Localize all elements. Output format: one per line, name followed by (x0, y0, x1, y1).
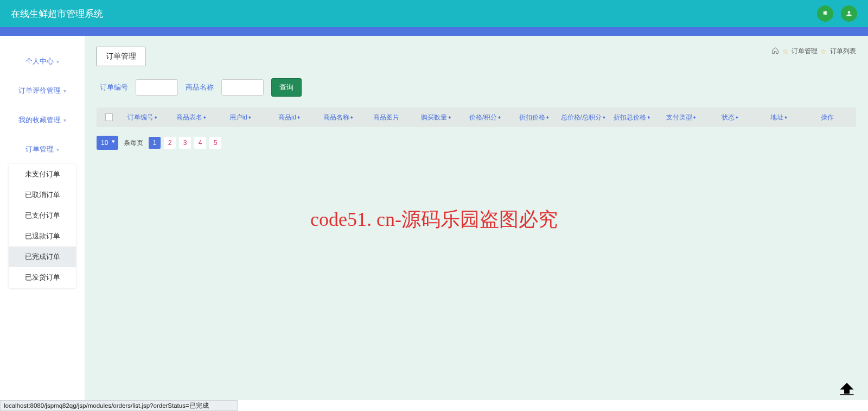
breadcrumb: ☆ 订单管理 ☆ 订单列表 (771, 47, 856, 56)
sidebar-item-label: 订单管理 (25, 145, 54, 153)
search-product-label: 商品名称 (186, 83, 214, 92)
table-head: 订单编号♦ 商品表名♦ 用户id♦ 商品id♦ 商品名称♦ 商品图片 购买数量♦… (97, 108, 856, 127)
sidebar-item-label: 订单评价管理 (18, 86, 61, 94)
pagination: 10 条每页 1 2 3 4 5 (97, 136, 856, 150)
topbar: 在线生鲜超市管理系统 (0, 0, 868, 27)
th-product-id[interactable]: 商品id♦ (264, 113, 313, 122)
sort-icon: ♦ (498, 115, 500, 120)
star-icon: ☆ (782, 48, 788, 55)
sidebar: 个人中心 ▾ 订单评价管理 ▾ 我的收藏管理 ▾ 订单管理 ▾ 未支付订单 已取… (0, 36, 85, 400)
page-size-select[interactable]: 10 (97, 136, 118, 150)
th-order-no[interactable]: 订单编号♦ (117, 113, 166, 122)
sort-icon: ♦ (546, 115, 548, 120)
chevron-down-icon: ▾ (56, 59, 59, 65)
main-layout: 个人中心 ▾ 订单评价管理 ▾ 我的收藏管理 ▾ 订单管理 ▾ 未支付订单 已取… (0, 36, 868, 400)
submenu-unpaid[interactable]: 未支付订单 (9, 164, 76, 185)
scroll-top-button[interactable] (839, 381, 855, 397)
th-action: 操作 (803, 113, 852, 122)
panel-title-button[interactable]: 订单管理 (97, 47, 145, 66)
search-order-input[interactable] (136, 79, 178, 96)
breadcrumb-list[interactable]: 订单列表 (830, 47, 856, 56)
sort-icon: ♦ (448, 115, 450, 120)
chevron-down-icon: ▾ (63, 88, 66, 94)
search-product-input[interactable] (221, 79, 264, 96)
th-product-image: 商品图片 (362, 113, 411, 122)
sort-icon: ♦ (248, 115, 250, 120)
checkbox-icon[interactable] (105, 113, 113, 121)
th-qty[interactable]: 购买数量♦ (411, 113, 460, 122)
sidebar-item-profile[interactable]: 个人中心 ▾ (0, 47, 85, 76)
star-icon: ☆ (821, 48, 827, 55)
sort-icon: ♦ (203, 115, 205, 120)
th-product-name[interactable]: 商品名称♦ (313, 113, 362, 122)
per-page-label: 条每页 (124, 138, 143, 148)
th-user-id[interactable]: 用户id♦ (215, 113, 264, 122)
sidebar-item-label: 我的收藏管理 (18, 116, 61, 124)
page-5[interactable]: 5 (209, 137, 221, 149)
sort-icon: ♦ (155, 115, 156, 120)
page-size-wrap: 10 (97, 136, 118, 150)
th-discount-price[interactable]: 折扣价格♦ (509, 113, 558, 122)
search-row: 订单编号 商品名称 查询 (97, 78, 856, 97)
chevron-down-icon: ▾ (56, 147, 59, 153)
sort-icon: ♦ (647, 115, 649, 120)
sort-icon: ♦ (603, 115, 604, 120)
svg-rect-0 (840, 394, 854, 395)
sort-icon: ♦ (297, 115, 299, 120)
submenu-shipped[interactable]: 已发货订单 (9, 267, 76, 288)
panel-header: 订单管理 ☆ 订单管理 ☆ 订单列表 (97, 47, 856, 66)
th-total[interactable]: 总价格/总积分♦ (558, 113, 607, 122)
sort-icon: ♦ (693, 115, 695, 120)
user-icon[interactable] (841, 5, 857, 22)
sidebar-item-favorites[interactable]: 我的收藏管理 ▾ (0, 105, 85, 135)
breadcrumb-mgmt[interactable]: 订单管理 (792, 47, 818, 56)
th-checkbox[interactable] (101, 113, 117, 121)
search-button[interactable]: 查询 (271, 78, 302, 97)
submenu-paid[interactable]: 已支付订单 (9, 205, 76, 226)
home-icon[interactable] (771, 47, 779, 56)
sidebar-item-label: 个人中心 (25, 57, 54, 65)
submenu-cancelled[interactable]: 已取消订单 (9, 185, 76, 205)
search-order-label: 订单编号 (100, 83, 128, 92)
tools-icon[interactable] (817, 5, 833, 22)
sort-icon: ♦ (784, 115, 786, 120)
th-discount-total[interactable]: 折扣总价格♦ (607, 113, 656, 122)
app-title: 在线生鲜超市管理系统 (11, 8, 103, 20)
th-address[interactable]: 地址♦ (754, 113, 802, 122)
sidebar-item-orders[interactable]: 订单管理 ▾ (0, 135, 85, 164)
data-table: 订单编号♦ 商品表名♦ 用户id♦ 商品id♦ 商品名称♦ 商品图片 购买数量♦… (97, 108, 856, 127)
content: 订单管理 ☆ 订单管理 ☆ 订单列表 订单编号 商品名称 查询 订单编号♦ (85, 36, 868, 400)
orders-submenu: 未支付订单 已取消订单 已支付订单 已退款订单 已完成订单 已发货订单 (9, 164, 76, 288)
th-price[interactable]: 价格/积分♦ (460, 113, 509, 122)
blue-strip (0, 27, 868, 36)
sidebar-item-review[interactable]: 订单评价管理 ▾ (0, 76, 85, 105)
sort-icon: ♦ (350, 115, 352, 120)
status-bar: localhost:8080/jspmq82qg/jsp/modules/ord… (0, 400, 238, 411)
page-1[interactable]: 1 (149, 137, 161, 149)
page-3[interactable]: 3 (179, 137, 191, 149)
submenu-refunded[interactable]: 已退款订单 (9, 226, 76, 246)
submenu-completed[interactable]: 已完成订单 (9, 246, 76, 267)
th-product-table[interactable]: 商品表名♦ (166, 113, 215, 122)
sort-icon: ♦ (736, 115, 737, 120)
th-status[interactable]: 状态♦ (705, 113, 754, 122)
chevron-down-icon: ▾ (63, 117, 66, 123)
th-pay-type[interactable]: 支付类型♦ (656, 113, 705, 122)
page-4[interactable]: 4 (194, 137, 206, 149)
topbar-actions (817, 0, 857, 27)
page-2[interactable]: 2 (164, 137, 176, 149)
